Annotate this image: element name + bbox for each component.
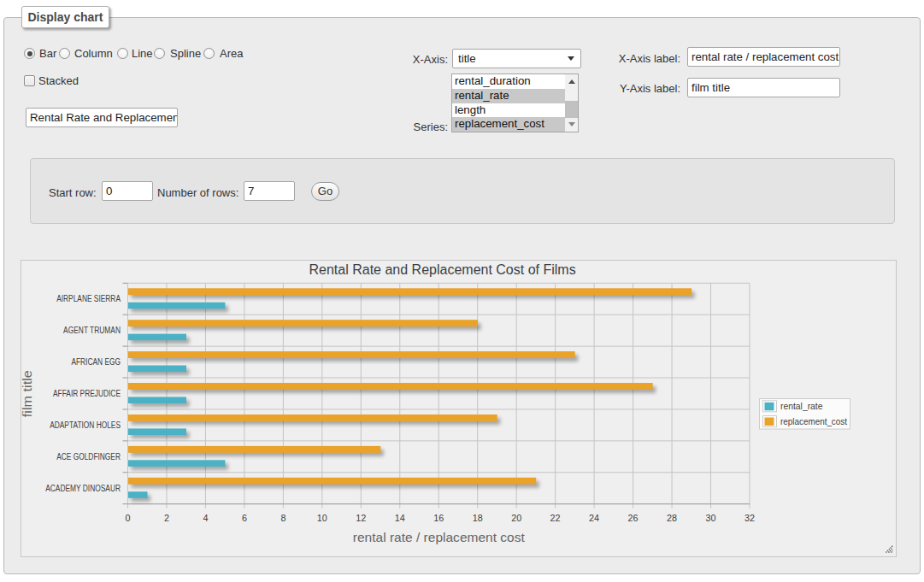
svg-text:AFFAIR PREJUDICE: AFFAIR PREJUDICE	[53, 389, 121, 398]
svg-text:16: 16	[433, 513, 444, 523]
svg-text:ADAPTATION HOLES: ADAPTATION HOLES	[50, 420, 121, 430]
svg-text:12: 12	[356, 513, 366, 523]
svg-text:14: 14	[395, 513, 405, 523]
svg-text:2: 2	[164, 513, 169, 523]
svg-text:28: 28	[667, 513, 677, 523]
svg-text:30: 30	[705, 513, 715, 523]
svg-text:AFRICAN EGG: AFRICAN EGG	[71, 357, 121, 367]
svg-text:0: 0	[125, 513, 130, 523]
svg-text:Rental Rate and Replacement Co: Rental Rate and Replacement Cost of Film…	[309, 262, 576, 277]
svg-text:replacement_cost: replacement_cost	[780, 416, 847, 426]
svg-text:ACADEMY DINOSAUR: ACADEMY DINOSAUR	[45, 484, 121, 493]
svg-text:AIRPLANE SIERRA: AIRPLANE SIERRA	[56, 294, 121, 303]
svg-text:18: 18	[473, 513, 483, 523]
svg-text:22: 22	[550, 513, 561, 523]
svg-text:rental_rate: rental_rate	[780, 401, 823, 411]
svg-text:26: 26	[628, 513, 639, 523]
svg-text:10: 10	[317, 513, 327, 523]
svg-text:film title: film title	[21, 370, 34, 417]
svg-text:20: 20	[511, 513, 521, 523]
svg-text:ACE GOLDFINGER: ACE GOLDFINGER	[56, 452, 121, 461]
svg-text:rental rate / replacement cost: rental rate / replacement cost	[353, 530, 526, 544]
svg-text:8: 8	[280, 513, 285, 523]
svg-text:6: 6	[242, 513, 247, 523]
svg-text:32: 32	[744, 513, 755, 523]
svg-text:4: 4	[203, 513, 208, 523]
svg-text:AGENT TRUMAN: AGENT TRUMAN	[63, 326, 121, 335]
svg-text:24: 24	[589, 513, 599, 523]
